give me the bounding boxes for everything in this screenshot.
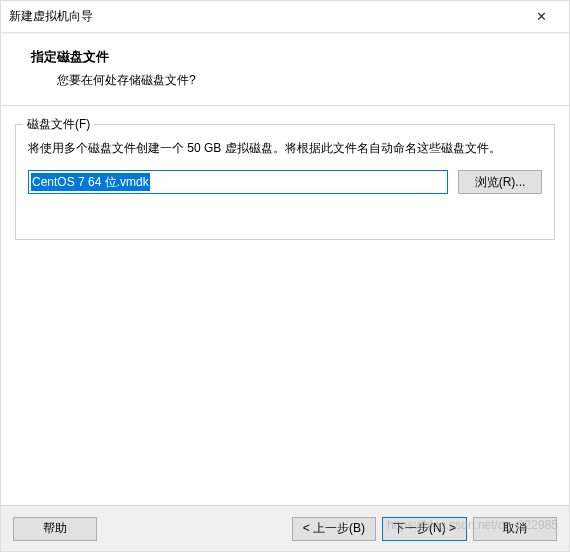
next-button[interactable]: 下一步(N) >: [382, 517, 467, 541]
group-description: 将使用多个磁盘文件创建一个 50 GB 虚拟磁盘。将根据此文件名自动命名这些磁盘…: [28, 139, 542, 158]
disk-file-input[interactable]: CentOS 7 64 位.vmdk: [28, 170, 448, 194]
wizard-header: 指定磁盘文件 您要在何处存储磁盘文件?: [1, 33, 569, 106]
close-icon: ✕: [536, 9, 547, 24]
group-legend: 磁盘文件(F): [23, 116, 94, 133]
wizard-footer: 帮助 < 上一步(B) 下一步(N) > 取消: [1, 505, 569, 551]
browse-button[interactable]: 浏览(R)...: [458, 170, 542, 194]
cancel-button[interactable]: 取消: [473, 517, 557, 541]
disk-file-value: CentOS 7 64 位.vmdk: [31, 173, 150, 191]
header-subtitle: 您要在何处存储磁盘文件?: [57, 72, 549, 89]
wizard-window: 新建虚拟机向导 ✕ 指定磁盘文件 您要在何处存储磁盘文件? 磁盘文件(F) 将使…: [0, 0, 570, 552]
back-button[interactable]: < 上一步(B): [292, 517, 376, 541]
titlebar: 新建虚拟机向导 ✕: [1, 1, 569, 33]
disk-file-group: 磁盘文件(F) 将使用多个磁盘文件创建一个 50 GB 虚拟磁盘。将根据此文件名…: [15, 124, 555, 240]
header-title: 指定磁盘文件: [31, 48, 549, 66]
help-button[interactable]: 帮助: [13, 517, 97, 541]
content-area: 磁盘文件(F) 将使用多个磁盘文件创建一个 50 GB 虚拟磁盘。将根据此文件名…: [1, 106, 569, 505]
window-title: 新建虚拟机向导: [9, 8, 521, 25]
file-row: CentOS 7 64 位.vmdk 浏览(R)...: [28, 170, 542, 194]
close-button[interactable]: ✕: [521, 3, 561, 31]
